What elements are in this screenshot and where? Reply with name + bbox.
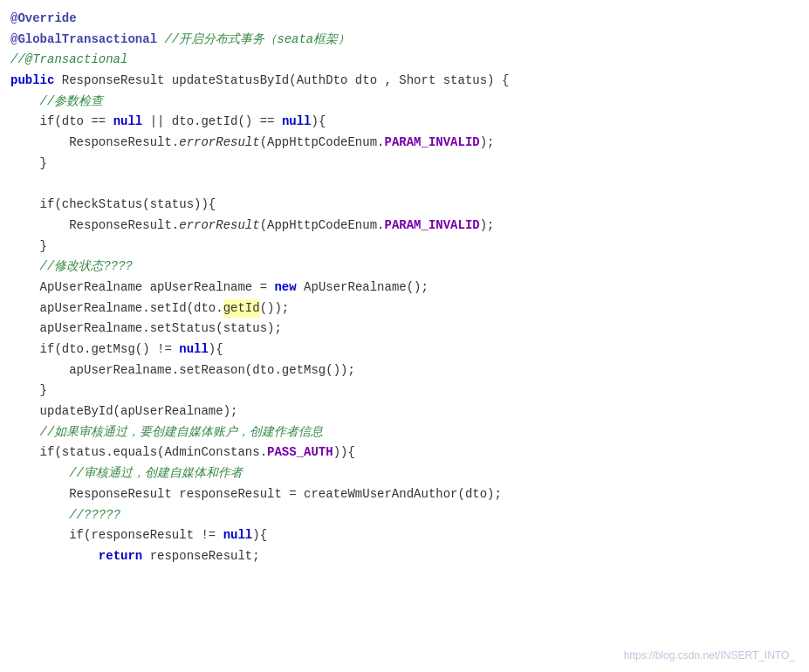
code-line: apUserRealname.setStatus(status); (0, 319, 809, 339)
normal-token (10, 547, 99, 566)
normal-token: ResponseResult. (10, 134, 179, 153)
code-line: updateById(apUserRealname); (0, 401, 809, 422)
normal-token: ResponseResult responseResult = createWm… (10, 485, 502, 504)
normal-token: || dto.getId() == (142, 113, 282, 132)
normal-token: if(status.equals(AdminConstans. (10, 443, 267, 463)
normal-token: (AppHttpCodeEnum. (260, 216, 385, 236)
code-line: //如果审核通过，要创建自媒体账户，创建作者信息 (0, 422, 809, 443)
code-line: @GlobalTransactional //开启分布式事务（seata框架） (0, 30, 809, 51)
keyword-token: null (282, 113, 312, 132)
code-line: if(checkStatus(status)){ (0, 195, 809, 216)
keyword-token: null (113, 113, 143, 132)
normal-token: ); (480, 216, 495, 236)
normal-token (10, 257, 40, 277)
normal-token: )){ (333, 443, 355, 463)
comment-token: //参数检查 (40, 93, 104, 112)
normal-token: ResponseResult. (10, 216, 179, 236)
normal-token: } (10, 237, 47, 257)
comment-token: //开启分布式事务（seata框架） (164, 31, 350, 50)
method-token: errorResult (179, 216, 259, 236)
comment-token: //????? (69, 506, 120, 525)
code-line: ResponseResult.errorResult(AppHttpCodeEn… (0, 133, 809, 154)
code-line: if(responseResult != null){ (0, 525, 809, 546)
method-token: errorResult (179, 134, 259, 153)
code-line: apUserRealname.setId(dto.getId()); (0, 298, 809, 319)
keyword-token: null (179, 340, 209, 360)
code-line: //????? (0, 505, 809, 526)
normal-token (10, 93, 40, 112)
code-line: if(dto.getMsg() != null){ (0, 339, 809, 360)
constant-token: PARAM_INVALID (384, 216, 479, 236)
normal-token: if(responseResult != (10, 526, 223, 545)
normal-token (10, 423, 40, 442)
normal-token: ){ (252, 526, 267, 545)
normal-token: apUserRealname.setId(dto. (10, 299, 223, 319)
normal-token: ApUserRealname(); (297, 278, 428, 298)
code-line: @Override (0, 9, 809, 30)
code-line: } (0, 381, 809, 401)
normal-token (10, 506, 69, 525)
normal-token: if(checkStatus(status)){ (10, 195, 216, 215)
code-line: //@Transactional (0, 50, 809, 71)
code-line: ApUserRealname apUserRealname = new ApUs… (0, 278, 809, 298)
comment-token: //修改状态???? (40, 257, 133, 277)
code-line: } (0, 237, 809, 257)
normal-token (10, 464, 69, 483)
constant-token: PASS_AUTH (267, 443, 333, 463)
normal-token: } (10, 381, 47, 401)
watermark: https://blog.csdn.net/INSERT_INTO_ (624, 649, 795, 662)
keyword-token: public (10, 72, 62, 91)
normal-token: apUserRealname.setReason(dto.getMsg()); (10, 361, 355, 381)
normal-token: if(dto == (10, 113, 113, 132)
code-line: ResponseResult responseResult = createWm… (0, 484, 809, 505)
normal-token: if(dto.getMsg() != (10, 340, 179, 360)
comment-token: //@Transactional (10, 51, 127, 70)
code-line: return responseResult; (0, 546, 809, 567)
normal-token: ApUserRealname apUserRealname = (10, 278, 274, 298)
normal-token: ); (480, 134, 495, 153)
annotation-token: @GlobalTransactional (10, 31, 164, 50)
code-lines: @Override@GlobalTransactional //开启分布式事务（… (0, 9, 809, 567)
normal-token: (AppHttpCodeEnum. (260, 134, 385, 153)
code-line: public ResponseResult updateStatusById(A… (0, 71, 809, 92)
highlighted-token: getId (223, 299, 260, 319)
comment-token: //审核通过，创建自媒体和作者 (69, 464, 243, 483)
code-line: //审核通过，创建自媒体和作者 (0, 463, 809, 484)
normal-token: apUserRealname.setStatus(status); (10, 319, 282, 339)
normal-token: ()); (260, 299, 290, 319)
constant-token: PARAM_INVALID (384, 134, 479, 153)
code-line (0, 175, 809, 195)
normal-token: } (10, 154, 47, 174)
code-line: //修改状态???? (0, 257, 809, 278)
normal-token: ){ (311, 113, 326, 132)
comment-token: //如果审核通过，要创建自媒体账户，创建作者信息 (40, 423, 324, 442)
normal-token: ResponseResult updateStatusById(AuthDto … (62, 72, 509, 91)
normal-token: updateById(apUserRealname); (10, 402, 237, 422)
keyword-token: return (99, 547, 142, 566)
normal-token: responseResult; (142, 547, 259, 566)
keyword-token: new (274, 278, 296, 298)
code-line: if(dto == null || dto.getId() == null){ (0, 112, 809, 133)
keyword-token: null (223, 526, 253, 545)
code-line: //参数检查 (0, 92, 809, 113)
code-line: if(status.equals(AdminConstans.PASS_AUTH… (0, 442, 809, 463)
code-line: } (0, 154, 809, 175)
code-line: apUserRealname.setReason(dto.getMsg()); (0, 360, 809, 381)
code-viewer: @Override@GlobalTransactional //开启分布式事务（… (0, 0, 809, 672)
normal-token: ){ (209, 340, 223, 360)
code-line: ResponseResult.errorResult(AppHttpCodeEn… (0, 216, 809, 237)
annotation-token: @Override (10, 10, 77, 29)
